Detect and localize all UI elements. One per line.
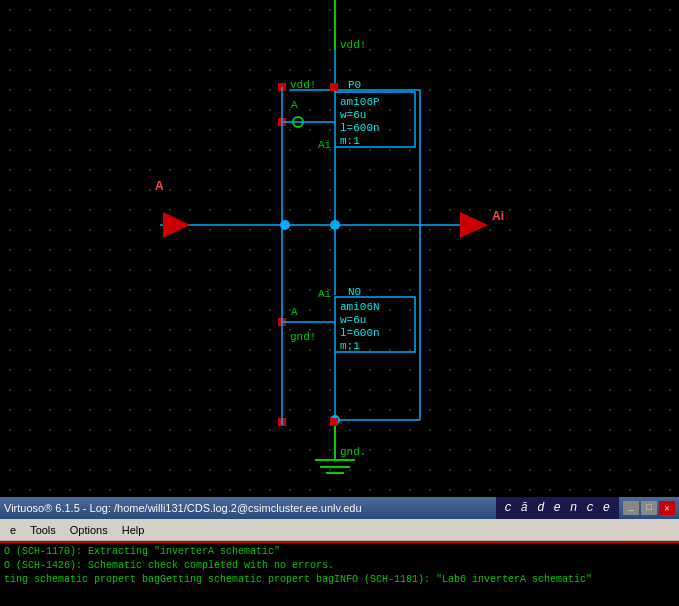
menu-item-tools[interactable]: Tools [24,522,62,538]
title-text: Virtuoso® 6.1.5 - Log: /home/willi131/CD… [4,502,362,514]
pmos-mult: m:1 [340,135,360,147]
nmos-mult: m:1 [340,340,360,352]
vdd-label-top: vdd! [340,39,366,51]
nmos-type: ami06N [340,301,380,313]
menu-item-e[interactable]: e [4,522,22,538]
nmos-a-label: A [291,306,298,318]
status-line-2: O (SCH-1426): Schematic check completed … [4,559,675,573]
n0-label: N0 [348,286,361,298]
cadence-logo: c ā d e n c e [496,497,619,519]
status-bar: O (SCH-1170): Extracting "inverterA sche… [0,541,679,606]
window-controls[interactable]: _ □ ✕ [623,501,675,515]
top-center-pin [330,83,338,91]
a-label-left: A [155,179,164,193]
output-triangle [460,212,488,238]
status-line-1: O (SCH-1170): Extracting "inverterA sche… [4,545,675,559]
close-button[interactable]: ✕ [659,501,675,515]
p0-label: P0 [348,79,361,91]
maximize-button[interactable]: □ [641,501,657,515]
menu-item-options[interactable]: Options [64,522,114,538]
status-line-3: ting schematic propert bagGetting schema… [4,573,675,587]
nmos-ai-label: Ai [318,288,332,300]
pmos-type: ami06P [340,96,380,108]
menu-bar[interactable]: e Tools Options Help [0,519,679,541]
vdd-label-near-pmos: vdd! [290,79,316,91]
bottom-pin [330,418,338,426]
nmos-length: l=600n [340,327,380,339]
pmos-width: w=6u [340,109,366,121]
pmos-ai-label: Ai [318,139,332,151]
nmos-width: w=6u [340,314,366,326]
cadence-brand: c ā d e n c e [504,501,611,515]
nmos-gnd-label: gnd! [290,331,316,343]
title-bar: Virtuoso® 6.1.5 - Log: /home/willi131/CD… [0,497,679,519]
gnd-label: gnd. [340,446,366,458]
input-triangle [163,212,190,238]
minimize-button[interactable]: _ [623,501,639,515]
schematic-canvas[interactable]: vdd! vdd! P0 ami06P w=6u l=600n m:1 Ai A [0,0,679,497]
ai-label-right: Ai [492,209,504,223]
menu-item-help[interactable]: Help [116,522,151,538]
pmos-a-label: A [291,99,298,111]
pmos-length: l=600n [340,122,380,134]
